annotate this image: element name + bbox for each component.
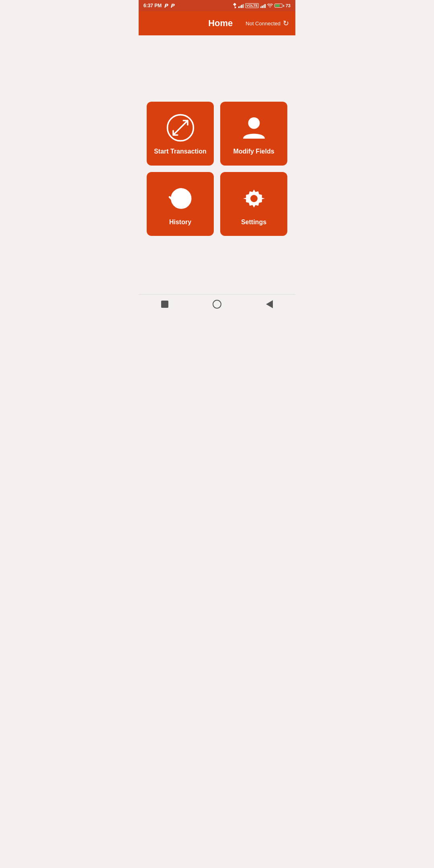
app-header: Home Not Connected ↻: [139, 11, 295, 35]
svg-point-4: [250, 195, 258, 202]
start-transaction-button[interactable]: Start Transaction: [147, 102, 214, 166]
svg-point-2: [248, 117, 260, 129]
page-title: Home: [195, 18, 246, 29]
p-icon-1: 𝗣: [164, 3, 168, 9]
p-icon-2: 𝗣: [170, 3, 174, 9]
nav-home-button[interactable]: [209, 296, 225, 312]
history-icon: [166, 184, 195, 213]
nav-bar: [139, 294, 295, 313]
settings-label: Settings: [241, 219, 266, 226]
status-time: 6:37 PM: [143, 3, 162, 8]
svg-line-1: [173, 121, 188, 135]
status-left: 6:37 PM 𝗣 𝗣: [143, 3, 174, 9]
back-icon: [266, 300, 273, 308]
main-content: Start Transaction Modify Fields History: [139, 35, 295, 294]
nav-back-button[interactable]: [261, 296, 277, 312]
user-icon: [240, 113, 268, 142]
bluetooth-icon: [233, 3, 237, 8]
wifi-icon: [267, 4, 273, 8]
modify-fields-label: Modify Fields: [233, 148, 274, 155]
history-label: History: [169, 219, 191, 226]
signal-bars-2: [260, 3, 266, 8]
settings-button[interactable]: Settings: [220, 172, 287, 236]
stop-icon: [161, 301, 168, 308]
status-bar: 6:37 PM 𝗣 𝗣 VOLTE: [139, 0, 295, 11]
start-transaction-label: Start Transaction: [154, 148, 207, 155]
home-icon: [213, 300, 221, 309]
gear-icon: [240, 184, 268, 213]
signal-bars-1: [238, 3, 244, 8]
modify-fields-button[interactable]: Modify Fields: [220, 102, 287, 166]
battery-percent: 73: [286, 3, 291, 8]
battery-fill: [275, 4, 280, 7]
connection-status: Not Connected: [246, 20, 280, 27]
nav-stop-button[interactable]: [157, 296, 173, 312]
battery-indicator: [274, 4, 284, 8]
battery-tip: [283, 5, 284, 7]
transaction-icon: [166, 113, 195, 142]
status-right: VOLTE 73: [233, 3, 291, 8]
history-button[interactable]: History: [147, 172, 214, 236]
header-right-section: Not Connected ↻: [246, 19, 289, 28]
volte-label: VOLTE: [245, 3, 258, 8]
menu-grid: Start Transaction Modify Fields History: [147, 102, 287, 236]
refresh-icon[interactable]: ↻: [283, 19, 289, 28]
